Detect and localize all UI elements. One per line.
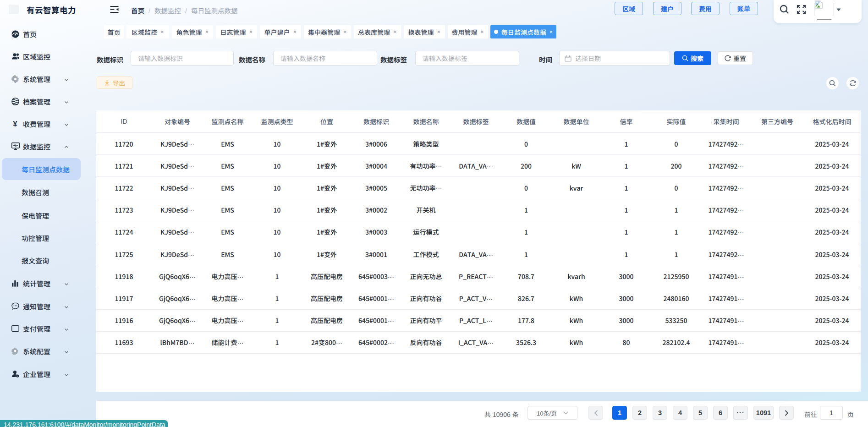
svg-text:¥: ¥	[13, 120, 17, 127]
